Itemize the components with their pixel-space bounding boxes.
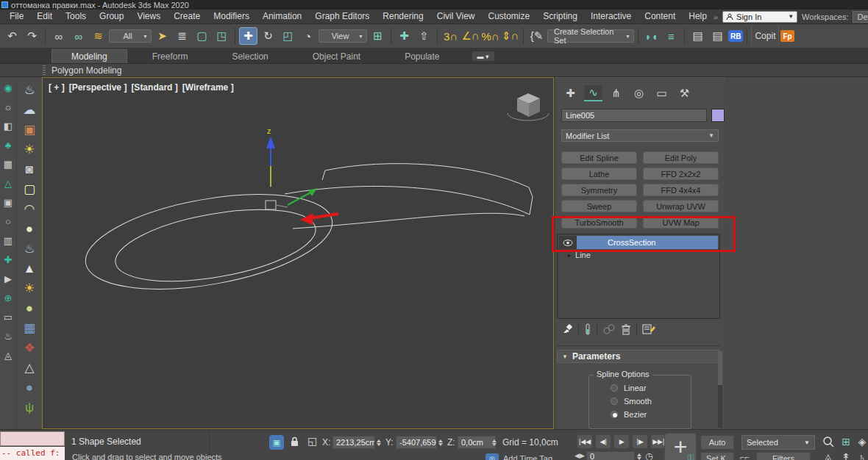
radio-option[interactable]: Linear — [611, 384, 652, 392]
ribbon-minimize-dropdown[interactable]: ▬ ▾ — [472, 51, 494, 61]
modify-tab[interactable]: ∿ — [584, 85, 602, 101]
menu-item[interactable]: Help — [682, 10, 714, 24]
previous-frame-button[interactable]: ◀| — [595, 434, 611, 449]
frame-spinner[interactable] — [636, 451, 642, 460]
angle-snap-icon[interactable]: ∠∩▼ — [461, 27, 480, 45]
modifier-button[interactable]: FFD 2x2x2 — [643, 168, 719, 180]
grass-icon[interactable]: ψ — [25, 400, 34, 415]
rb-badge[interactable]: RB▼ — [728, 30, 743, 42]
perspective-viewport[interactable]: [ + ] [Perspective ] [Standard ] [Wirefr… — [42, 77, 554, 429]
align-icon[interactable]: ≡▼ — [662, 27, 680, 45]
light-icon[interactable]: ◉ — [4, 83, 12, 93]
dome-light-icon[interactable]: ◠ — [24, 202, 35, 217]
copitor-button[interactable]: Copit▼ — [751, 26, 779, 46]
isolate-selection-toggle[interactable]: ▣ — [269, 435, 284, 450]
menu-item[interactable]: Create — [167, 10, 207, 24]
ribbon-grip[interactable] — [43, 65, 46, 75]
molecule-icon[interactable]: ❖ — [24, 341, 35, 356]
panel-scrollbar[interactable] — [718, 351, 722, 428]
tab-modeling[interactable]: Modeling — [51, 49, 127, 63]
add-camera-icon[interactable]: ⊕ — [4, 293, 13, 303]
display-tab[interactable]: ▭ — [652, 85, 671, 101]
menu-item[interactable]: Views — [130, 10, 167, 24]
percent-snap-icon[interactable]: %∩▼ — [481, 27, 499, 45]
go-to-start-button[interactable]: |◀◀ — [577, 434, 593, 449]
rectangular-selection-icon[interactable]: ▢▼ — [193, 27, 211, 45]
menu-item[interactable]: Graph Editors — [308, 10, 376, 24]
edit-named-sets-icon[interactable]: {✎▼ — [527, 27, 546, 45]
modifier-button[interactable]: Symmetry — [561, 184, 637, 196]
next-frame-button[interactable]: |▶ — [632, 434, 648, 449]
radio-option[interactable]: Bezier — [611, 410, 652, 419]
rock-icon[interactable]: ● — [26, 381, 33, 395]
play-button[interactable]: ▶ — [613, 434, 630, 449]
auto-key-button[interactable]: Auto — [700, 435, 734, 450]
selection-filter-dropdown[interactable]: All▼ — [109, 29, 152, 43]
tab-freeform[interactable]: Freeform — [133, 50, 207, 63]
sphere-icon[interactable]: ● — [26, 301, 33, 316]
modifier-button[interactable]: Lathe — [561, 168, 637, 180]
menu-item[interactable]: File — [3, 10, 30, 24]
framed-image-icon[interactable]: ▣ — [4, 198, 13, 208]
undo-icon[interactable]: ↶▼ — [3, 27, 21, 45]
time-configuration-icon[interactable]: ◷ — [645, 451, 652, 460]
sign-in-dropdown[interactable]: Sign In ▼ — [722, 11, 797, 23]
reference-coordinate-dropdown[interactable]: View▼ — [319, 29, 367, 43]
bulb-dim-icon[interactable]: ◬ — [4, 351, 12, 361]
filters-button[interactable]: Filters — [756, 452, 811, 460]
light-slate-icon[interactable]: ☀ — [24, 143, 35, 157]
view-cube[interactable] — [508, 93, 549, 121]
object-color-swatch[interactable] — [711, 109, 725, 122]
modifier-button[interactable]: FFD 4x4x4 — [643, 184, 719, 196]
keyboard-override-icon[interactable]: ⇧▼ — [415, 27, 433, 45]
snap-toggle-3d-icon[interactable]: 3∩▼ — [441, 27, 460, 45]
maxscript-listener-line[interactable]: -- called f: — [0, 447, 65, 460]
select-scale-icon[interactable]: ◰▼ — [279, 27, 297, 45]
key-filters-icon[interactable]: ⌐⌐ — [740, 453, 750, 460]
menu-item[interactable]: Scripting — [536, 10, 584, 24]
link-icon[interactable]: ∞▼ — [49, 27, 68, 45]
select-manipulate-icon[interactable]: ✚▼ — [395, 27, 413, 45]
fp-badge[interactable]: Fp▼ — [780, 30, 794, 42]
viewport-standard-menu[interactable]: [Standard ] — [131, 82, 177, 93]
sun-icon[interactable]: ☼ — [4, 102, 13, 112]
tab-populate[interactable]: Populate — [385, 50, 458, 63]
stack-item-crosssection[interactable]: CrossSection — [559, 236, 718, 249]
select-rotate-icon[interactable]: ↻▼ — [259, 27, 277, 45]
modifier-button[interactable]: Sweep — [561, 200, 637, 212]
menu-item[interactable]: Group — [93, 10, 130, 24]
crop-region-icon[interactable]: ▭ — [4, 312, 13, 323]
toolbar-overflow-chevron[interactable]: » — [714, 12, 718, 21]
wire-teapot-icon[interactable]: ♨ — [24, 242, 35, 256]
create-tab[interactable]: ✚ — [561, 85, 580, 101]
mirror-icon[interactable]: ◗◖▼ — [642, 27, 661, 45]
select-move-icon[interactable]: ✚▼ — [239, 27, 257, 45]
cone-icon[interactable]: ▲ — [24, 262, 36, 276]
use-center-icon[interactable]: ⊞▼ — [369, 27, 387, 45]
scene-explorer-icon[interactable]: ▤▼ — [689, 27, 707, 45]
grid-window-icon[interactable]: ▦ — [4, 159, 13, 170]
bind-to-spacewarp-icon[interactable]: ≋▼ — [89, 27, 107, 45]
modifier-button[interactable]: Edit Poly — [643, 151, 719, 164]
spinner-snap-icon[interactable]: ⇕∩▼ — [501, 27, 519, 45]
configure-modifier-sets-icon[interactable] — [642, 323, 655, 335]
modifier-button[interactable]: TurboSmooth — [561, 216, 637, 229]
zoom-icon[interactable] — [821, 434, 836, 449]
window-crossing-icon[interactable]: ◳▼ — [213, 27, 231, 45]
current-frame-field[interactable]: 0 — [586, 451, 635, 460]
selection-set-dropdown[interactable]: Selected▼ — [741, 435, 815, 450]
unlink-icon[interactable]: ∞▼ — [69, 27, 88, 45]
set-keys-button[interactable]: +⚿ — [664, 433, 697, 460]
tab-selection[interactable]: Selection — [213, 50, 287, 63]
maxscript-listener-pink[interactable] — [0, 431, 65, 446]
tab-object-paint[interactable]: Object Paint — [294, 50, 380, 63]
menu-item[interactable]: Modifiers — [207, 10, 256, 24]
menu-item[interactable]: Animation — [256, 10, 308, 24]
remove-modifier-icon[interactable] — [621, 323, 631, 335]
select-by-name-icon[interactable]: ≣▼ — [173, 27, 191, 45]
trees-icon[interactable]: ♣ — [5, 140, 12, 151]
select-place-icon[interactable]: ◔▼ — [299, 27, 317, 45]
ring-icon[interactable]: ○ — [5, 217, 11, 227]
menu-item[interactable]: Rendering — [376, 10, 430, 24]
tree-icon[interactable]: △ — [4, 179, 12, 189]
